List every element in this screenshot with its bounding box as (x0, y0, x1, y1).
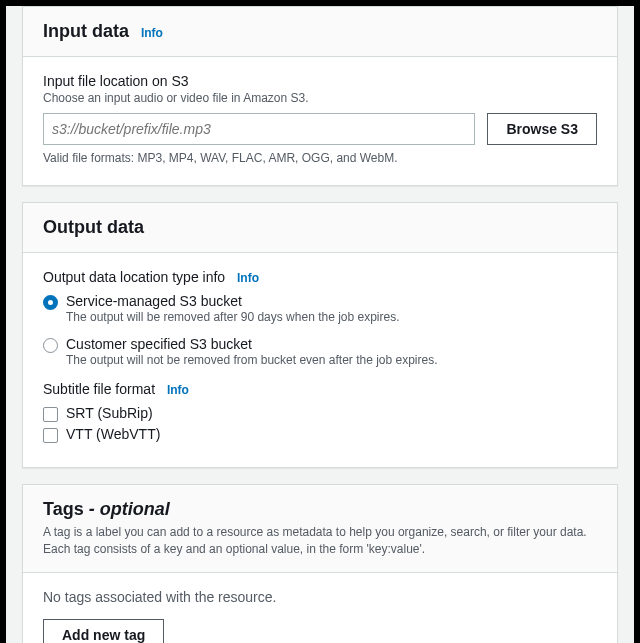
radio-customer-specified[interactable]: Customer specified S3 bucket The output … (43, 336, 597, 367)
subtitle-format-label: Subtitle file format Info (43, 381, 597, 397)
output-title: Output data (43, 217, 144, 237)
radio-desc: The output will not be removed from buck… (66, 353, 597, 367)
browse-s3-button[interactable]: Browse S3 (487, 113, 597, 145)
output-location-info-link[interactable]: Info (237, 271, 259, 285)
checkbox-label: SRT (SubRip) (66, 405, 153, 421)
radio-service-managed[interactable]: Service-managed S3 bucket The output wil… (43, 293, 597, 324)
input-panel-body: Input file location on S3 Choose an inpu… (23, 57, 617, 185)
output-location-label: Output data location type info Info (43, 269, 597, 285)
radio-icon (43, 338, 58, 353)
tags-panel-body: No tags associated with the resource. Ad… (23, 573, 617, 643)
tags-desc: A tag is a label you can add to a resour… (43, 524, 597, 558)
radio-desc: The output will be removed after 90 days… (66, 310, 597, 324)
tags-title: Tags - optional (43, 499, 170, 519)
input-title: Input data (43, 21, 129, 41)
checkbox-label: VTT (WebVTT) (66, 426, 160, 442)
output-data-panel: Output data Output data location type in… (22, 202, 618, 468)
output-panel-header: Output data (23, 203, 617, 253)
checkbox-srt[interactable]: SRT (SubRip) (43, 405, 597, 422)
subtitle-info-link[interactable]: Info (167, 383, 189, 397)
checkbox-icon (43, 407, 58, 422)
input-file-location-input[interactable] (43, 113, 475, 145)
input-file-help: Choose an input audio or video file in A… (43, 91, 597, 105)
checkbox-vtt[interactable]: VTT (WebVTT) (43, 426, 597, 443)
input-file-label: Input file location on S3 (43, 73, 597, 89)
checkbox-icon (43, 428, 58, 443)
input-formats-hint: Valid file formats: MP3, MP4, WAV, FLAC,… (43, 151, 597, 165)
radio-label: Service-managed S3 bucket (66, 293, 597, 309)
radio-label: Customer specified S3 bucket (66, 336, 597, 352)
tags-panel: Tags - optional A tag is a label you can… (22, 484, 618, 643)
add-new-tag-button[interactable]: Add new tag (43, 619, 164, 643)
radio-icon (43, 295, 58, 310)
tags-empty-text: No tags associated with the resource. (43, 589, 597, 605)
output-panel-body: Output data location type info Info Serv… (23, 253, 617, 467)
tags-panel-header: Tags - optional A tag is a label you can… (23, 485, 617, 573)
input-panel-header: Input data Info (23, 7, 617, 57)
input-data-panel: Input data Info Input file location on S… (22, 6, 618, 186)
input-info-link[interactable]: Info (141, 26, 163, 40)
